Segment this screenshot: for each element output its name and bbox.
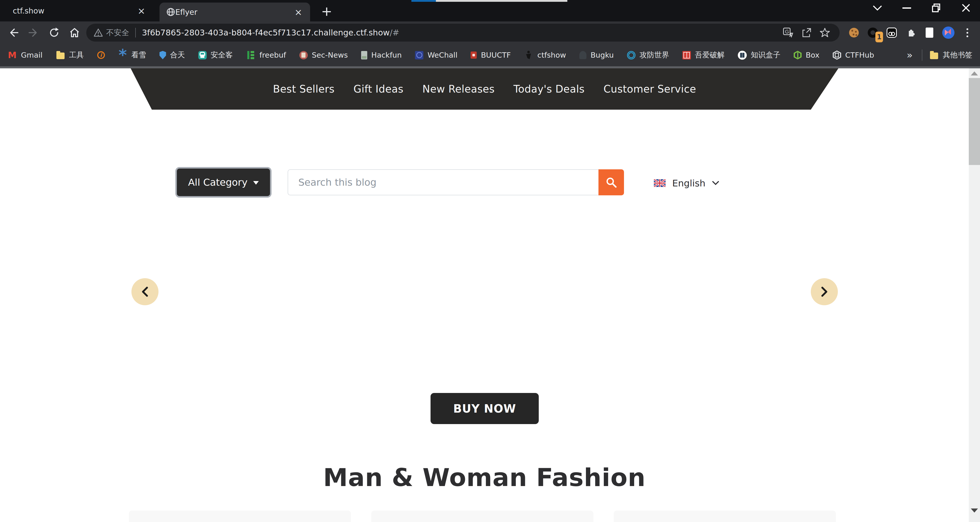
- bookmark-hackfun[interactable]: Hackfun: [361, 51, 402, 59]
- bookmark-freebuf[interactable]: freebuf: [246, 51, 286, 60]
- reload-button[interactable]: [47, 25, 61, 40]
- minimize-icon: [902, 7, 911, 9]
- bookmark-tools[interactable]: 工具: [56, 50, 84, 60]
- progress-bar-blue: [411, 0, 436, 2]
- hexagon-icon: [833, 51, 841, 60]
- star-icon: [819, 27, 830, 38]
- bookmark-label: 工具: [69, 50, 84, 60]
- tab-search-button[interactable]: [866, 0, 888, 16]
- search-input[interactable]: [288, 169, 598, 195]
- bookmark-wechall[interactable]: WeChall: [415, 51, 457, 59]
- bookmark-ichunqiu[interactable]: i: [97, 51, 105, 59]
- nav-item-gift-ideas[interactable]: Gift Ideas: [353, 83, 404, 95]
- bookmark-label: BUUCTF: [481, 51, 511, 59]
- minimize-button[interactable]: [896, 0, 918, 16]
- restore-icon: [932, 3, 941, 13]
- bookmark-label: Sec-News: [312, 51, 348, 59]
- scroll-up-arrow[interactable]: [971, 71, 978, 76]
- freebuf-icon: [246, 51, 256, 60]
- category-dropdown[interactable]: All Category: [177, 168, 270, 196]
- url-text: 3f6b7865-2803-403a-b804-f4ec5f713c17.cha…: [142, 28, 781, 38]
- scrollbar[interactable]: [969, 68, 980, 522]
- bookmark-label: 知识盒子: [751, 50, 780, 60]
- product-card: [129, 511, 351, 522]
- share-button[interactable]: [799, 25, 814, 40]
- share-icon: [801, 27, 811, 38]
- carousel-next-button[interactable]: [811, 278, 838, 305]
- tab-eflyer[interactable]: Eflyer ×: [159, 3, 310, 21]
- switchyomega-extension-button[interactable]: [885, 25, 899, 40]
- bookmark-label: freebuf: [259, 51, 286, 59]
- buy-now-button[interactable]: BUY NOW: [431, 393, 539, 424]
- runner-icon: [524, 51, 533, 60]
- tab-title: ctf.show: [13, 6, 136, 15]
- bookmark-ctfhub[interactable]: CTFHub: [833, 51, 874, 60]
- other-bookmarks-button[interactable]: 其他书签: [929, 50, 972, 60]
- close-window-button[interactable]: [955, 0, 977, 16]
- bookmark-anquanke[interactable]: 安全客: [198, 50, 233, 60]
- tab-ctfshow[interactable]: ctf.show ×: [6, 0, 154, 21]
- browser-menu-button[interactable]: [960, 25, 974, 40]
- proxy-extension-button[interactable]: 1: [865, 25, 880, 40]
- nav-item-customer-service[interactable]: Customer Service: [604, 83, 696, 95]
- category-label: All Category: [188, 177, 248, 188]
- tab-strip: ctf.show × Eflyer × +: [0, 0, 980, 21]
- seal-icon: [682, 51, 691, 59]
- search-button[interactable]: [598, 169, 624, 195]
- security-chip[interactable]: 不安全: [94, 27, 129, 38]
- bookmark-box[interactable]: Box: [794, 51, 819, 59]
- bookmark-label: 看雪: [131, 50, 146, 60]
- cookie-extension-button[interactable]: [847, 25, 861, 40]
- product-card: [614, 511, 836, 522]
- bookmark-kanxue[interactable]: *看雪: [118, 50, 146, 60]
- chevron-down-icon: [712, 181, 719, 186]
- address-bar[interactable]: 不安全 3f6b7865-2803-403a-b804-f4ec5f713c17…: [86, 24, 840, 41]
- nav-item-today-s-deals[interactable]: Today's Deals: [514, 83, 585, 95]
- bookmark-label: CTFHub: [845, 51, 874, 59]
- browser-chrome: ctf.show × Eflyer × +: [0, 0, 980, 68]
- bookmark-hetian[interactable]: 合天: [159, 50, 185, 60]
- restore-button[interactable]: [925, 0, 947, 16]
- bookmark-zhishihezi[interactable]: 知识盒子: [738, 50, 780, 60]
- extensions-button[interactable]: [904, 25, 918, 40]
- scrollbar-thumb[interactable]: [969, 78, 980, 165]
- nav-item-new-releases[interactable]: New Releases: [422, 83, 495, 95]
- bookmark-sec-news[interactable]: Sec-News: [299, 51, 348, 59]
- wechall-icon: [415, 51, 423, 59]
- tab-close-icon[interactable]: ×: [136, 6, 146, 16]
- home-button[interactable]: [67, 25, 82, 40]
- avatar: [942, 27, 955, 39]
- back-button[interactable]: [6, 25, 21, 40]
- bookmark-ctfshow[interactable]: ctfshow: [524, 51, 566, 60]
- bookmark-label: Box: [806, 51, 819, 59]
- progress-bar-track: [436, 0, 567, 2]
- omnibox-divider: [135, 28, 136, 38]
- bookmark-52pojie[interactable]: 吾爱破解: [682, 50, 724, 60]
- language-label: English: [672, 178, 705, 189]
- bookmark-gmail[interactable]: MGmail: [8, 51, 43, 60]
- bookmark-star-button[interactable]: [818, 25, 832, 40]
- bookmarks-overflow-button[interactable]: »: [905, 49, 915, 61]
- bookmark-label: 吾爱破解: [695, 50, 724, 60]
- carousel-prev-button[interactable]: [131, 278, 159, 305]
- forward-button[interactable]: [27, 25, 41, 40]
- page-title: Man & Woman Fashion: [0, 463, 969, 492]
- close-icon: [961, 3, 970, 13]
- bookmark-adworld[interactable]: 攻防世界: [627, 50, 669, 60]
- language-selector[interactable]: English: [654, 175, 719, 191]
- translate-icon: G: [783, 27, 793, 38]
- snowflake-icon: *: [118, 51, 127, 60]
- side-panel-button[interactable]: [922, 25, 937, 40]
- ring-icon: [627, 51, 635, 59]
- new-tab-button[interactable]: +: [320, 4, 334, 18]
- bookmark-buuctf[interactable]: BUUCTF: [471, 51, 511, 59]
- extension-badge: 1: [875, 32, 883, 42]
- translate-button[interactable]: G: [781, 25, 795, 40]
- profile-avatar[interactable]: [941, 25, 956, 40]
- nav-item-best-sellers[interactable]: Best Sellers: [273, 83, 334, 95]
- side-panel-icon: [926, 27, 933, 38]
- tab-close-icon[interactable]: ×: [293, 7, 304, 17]
- bookmark-label: ctfshow: [537, 51, 566, 59]
- bookmark-bugku[interactable]: Bugku: [579, 51, 614, 59]
- scroll-down-arrow[interactable]: [971, 508, 978, 512]
